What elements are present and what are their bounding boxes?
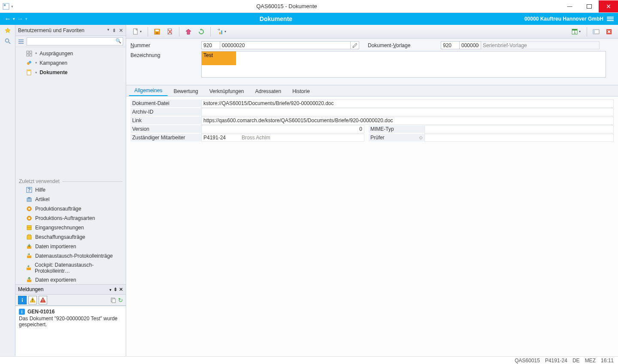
svg-rect-18 xyxy=(27,198,31,202)
window-toggle-button[interactable] xyxy=(591,27,602,37)
recent-item[interactable]: Datenaustausch-Protokolleinträge xyxy=(15,251,126,261)
tab-verknuepfungen[interactable]: Verknüpfungen xyxy=(204,86,250,96)
recent-item[interactable]: ?Hilfe xyxy=(15,185,126,195)
archiv-value[interactable] xyxy=(201,108,614,116)
validate-button[interactable] xyxy=(183,27,194,37)
favorites-icon[interactable] xyxy=(4,27,11,34)
invoice-icon xyxy=(26,224,33,231)
recent-item[interactable]: Produktionsaufträge xyxy=(15,204,126,214)
side-panel-title: Benutzermenü und Favoriten xyxy=(18,27,107,33)
pruefer-value[interactable] xyxy=(424,134,614,142)
view-button[interactable]: 1▾ xyxy=(569,27,583,37)
help-icon: ? xyxy=(26,187,33,193)
svg-rect-40 xyxy=(155,30,159,31)
recent-item[interactable]: Beschaffungsaufträge xyxy=(15,232,126,242)
nav-forward-dropdown[interactable]: ▾ xyxy=(25,17,27,21)
svg-rect-28 xyxy=(27,268,31,270)
svg-point-3 xyxy=(5,39,9,42)
link-value[interactable]: https://qas600.comarch.de/kstore/QAS6001… xyxy=(201,117,614,125)
messages-pin-icon[interactable]: ⇟ xyxy=(113,286,118,292)
vorlage-prefix-input[interactable] xyxy=(441,41,460,49)
sidebar-item-kampagnen[interactable]: •Kampagnen xyxy=(15,58,126,68)
minimize-button[interactable]: — xyxy=(560,0,579,12)
vorlage-input[interactable] xyxy=(460,41,481,49)
diamond-icon[interactable]: ◇ xyxy=(419,135,423,140)
header-form: Nummer Dokument-Vorlage Bezeichnung xyxy=(126,39,618,85)
main-toolbar: ▾ ▾ 1▾ xyxy=(126,25,618,39)
maximize-button[interactable] xyxy=(579,0,599,12)
messages-copy-icon[interactable] xyxy=(110,297,116,303)
messages-close-icon[interactable]: ✕ xyxy=(119,286,123,292)
recent-item[interactable]: Artikel xyxy=(15,195,126,204)
side-panel: Benutzermenü und Favoriten ▾ ⇟ ✕ 🔍 •Ausp… xyxy=(15,25,126,356)
window-title: QAS60015 - Dokumente xyxy=(13,3,560,9)
panel-pin-icon[interactable]: ⇟ xyxy=(112,27,116,33)
filter-error-button[interactable] xyxy=(39,296,47,304)
nummer-input[interactable] xyxy=(220,41,351,49)
nav-forward-button[interactable]: → xyxy=(17,15,24,23)
status-time: 16:11 xyxy=(601,358,614,364)
recent-item[interactable]: Produktions-Auftragsarten xyxy=(15,214,126,223)
svg-text:?: ? xyxy=(27,187,30,193)
svg-point-13 xyxy=(29,61,31,63)
filter-icon[interactable] xyxy=(18,39,24,45)
recent-item[interactable]: Daten exportieren xyxy=(15,275,126,284)
tab-bewertung[interactable]: Bewertung xyxy=(168,86,203,96)
close-button[interactable]: ✕ xyxy=(599,0,618,12)
panel-menu-icon[interactable]: ▾ xyxy=(107,27,109,33)
svg-rect-11 xyxy=(30,54,32,56)
filter-info-button[interactable] xyxy=(18,296,27,304)
procure-icon xyxy=(26,234,33,241)
sidebar-item-dokumente[interactable]: •Dokumente xyxy=(15,68,126,77)
bezeichnung-input[interactable] xyxy=(201,51,606,78)
version-value[interactable]: 0 xyxy=(201,125,364,133)
side-panel-header: Benutzermenü und Favoriten ▾ ⇟ ✕ xyxy=(15,25,126,36)
recent-item[interactable]: Cockpit: Datenaustausch-Protokolleintr… xyxy=(15,261,126,275)
svg-rect-41 xyxy=(156,32,158,34)
mitarbeiter-label: Zuständiger Mitarbeiter xyxy=(130,134,201,142)
mime-value[interactable] xyxy=(424,125,614,133)
exchange-icon xyxy=(26,253,33,259)
datei-value[interactable]: kstore://QAS60015/Documents/Briefe/920-0… xyxy=(201,99,614,108)
status-bar: QAS60015 P4191-24 DE MEZ 16:11 xyxy=(0,356,618,364)
vorlage-desc xyxy=(481,41,600,49)
nav-back-button[interactable]: ← xyxy=(4,15,11,23)
action-button[interactable]: ▾ xyxy=(214,27,229,37)
new-button[interactable]: ▾ xyxy=(130,27,144,37)
recent-item[interactable]: Eingangsrechnungen xyxy=(15,223,126,232)
messages-menu-icon[interactable]: ▾ xyxy=(109,288,112,292)
close-tab-button[interactable] xyxy=(603,27,615,37)
tab-adressaten[interactable]: Adressaten xyxy=(250,86,287,96)
status-timezone: MEZ xyxy=(585,358,596,364)
panel-close-icon[interactable]: ✕ xyxy=(119,27,123,33)
svg-rect-5 xyxy=(18,39,24,40)
nav-back-dropdown[interactable]: ▾ xyxy=(13,17,15,21)
svg-rect-15 xyxy=(27,70,31,71)
doc-icon xyxy=(26,69,33,76)
search-rail-icon[interactable] xyxy=(4,38,11,45)
bezeichnung-highlight: Test xyxy=(202,51,236,65)
svg-point-30 xyxy=(22,298,23,299)
hamburger-icon[interactable] xyxy=(607,16,614,22)
save-button[interactable] xyxy=(151,27,163,37)
svg-rect-25 xyxy=(27,235,31,239)
messages-refresh-icon[interactable]: ↻ xyxy=(118,297,123,304)
tab-allgemeines[interactable]: Allgemeines xyxy=(129,85,168,96)
recent-item[interactable]: Daten importieren xyxy=(15,242,126,251)
sidebar-item-auspraegungen[interactable]: •Ausprägungen xyxy=(15,49,126,58)
delete-button[interactable] xyxy=(164,27,176,37)
tab-historie[interactable]: Historie xyxy=(287,86,315,96)
edit-icon[interactable] xyxy=(351,41,359,49)
mitarbeiter-value[interactable]: P4191-24 Bross Achim xyxy=(201,134,364,142)
sidebar-search-input[interactable] xyxy=(27,37,123,45)
message-text: Das Dokument "920-00000020 Test" wurde g… xyxy=(19,316,122,328)
svg-rect-33 xyxy=(32,301,33,301)
nummer-prefix-input[interactable] xyxy=(201,41,220,49)
refresh-button[interactable] xyxy=(196,27,207,37)
status-user: P4191-24 xyxy=(545,358,567,364)
search-icon[interactable]: 🔍 xyxy=(115,38,121,44)
grid-icon xyxy=(26,50,33,57)
version-label: Version xyxy=(130,125,201,133)
filter-warning-button[interactable] xyxy=(28,296,37,304)
archiv-label: Archiv-ID xyxy=(130,108,201,116)
